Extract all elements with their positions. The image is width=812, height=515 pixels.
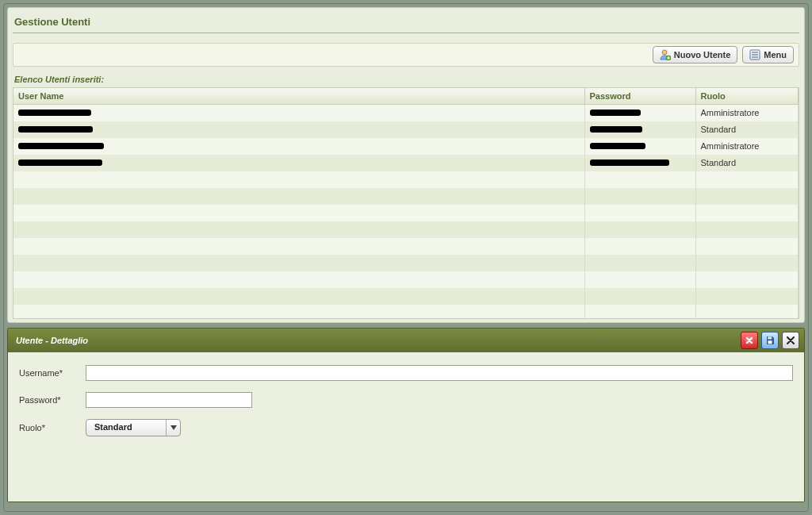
menu-icon	[749, 49, 760, 60]
page-title: Gestione Utenti	[13, 14, 799, 33]
redacted-password	[590, 159, 669, 166]
cell-role: Amministratore	[695, 105, 799, 121]
table-row[interactable]: Amministratore	[13, 138, 799, 155]
app-container: Gestione Utenti Nuovo Utente	[3, 3, 809, 512]
table-row[interactable]	[13, 271, 799, 288]
table-row[interactable]	[13, 305, 799, 320]
table-row[interactable]: Standard	[13, 155, 799, 171]
col-username[interactable]: User Name	[13, 88, 584, 105]
redacted-username	[18, 143, 104, 149]
delete-button[interactable]	[741, 332, 758, 349]
user-table: User Name Password Ruolo Amministratore	[13, 88, 799, 319]
svg-point-0	[662, 50, 667, 55]
table-row[interactable]	[13, 188, 799, 205]
menu-label: Menu	[764, 50, 787, 60]
table-row[interactable]	[13, 221, 799, 238]
username-input[interactable]	[86, 365, 793, 381]
col-password[interactable]: Password	[584, 88, 695, 105]
list-caption: Elenco Utenti inseriti:	[14, 75, 798, 84]
close-button[interactable]	[782, 332, 799, 349]
svg-rect-7	[768, 336, 772, 339]
role-label: Ruolo*	[19, 423, 86, 432]
cell-role: Standard	[695, 155, 799, 171]
chevron-down-icon	[166, 420, 180, 436]
redacted-password	[590, 110, 641, 116]
redacted-password	[590, 126, 642, 133]
table-row[interactable]	[13, 255, 799, 271]
cell-role: Standard	[695, 121, 799, 138]
table-row[interactable]: Standard	[13, 121, 799, 138]
detail-body: Username* Password* Ruolo* Standard	[8, 352, 804, 460]
detail-panel: Utente - Dettaglio	[7, 328, 805, 502]
main-panel: Gestione Utenti Nuovo Utente	[7, 7, 805, 323]
table-row[interactable]	[13, 171, 799, 188]
new-user-button[interactable]: Nuovo Utente	[653, 46, 738, 63]
detail-title: Utente - Dettaglio	[16, 336, 737, 345]
svg-rect-8	[768, 340, 772, 344]
new-user-label: Nuovo Utente	[674, 50, 731, 60]
divider	[13, 33, 799, 33]
menu-button[interactable]: Menu	[742, 46, 794, 63]
col-role[interactable]: Ruolo	[695, 88, 799, 105]
close-icon	[787, 336, 795, 344]
role-select-value: Standard	[86, 420, 166, 436]
save-icon	[765, 336, 775, 345]
cell-role: Amministratore	[695, 138, 799, 155]
redacted-password	[590, 143, 645, 149]
save-button[interactable]	[761, 332, 779, 349]
table-row[interactable]	[13, 205, 799, 221]
redacted-username	[18, 126, 93, 133]
delete-icon	[745, 336, 754, 345]
table-row[interactable]	[13, 288, 799, 305]
user-table-wrap: User Name Password Ruolo Amministratore	[13, 87, 799, 319]
username-label: Username*	[19, 368, 86, 378]
table-row[interactable]: Amministratore	[13, 105, 799, 121]
user-add-icon	[660, 49, 671, 60]
password-input[interactable]	[86, 392, 252, 408]
detail-header: Utente - Dettaglio	[8, 329, 804, 352]
table-row[interactable]	[13, 238, 799, 255]
password-label: Password*	[19, 395, 86, 405]
toolbar: Nuovo Utente Menu	[13, 43, 799, 67]
role-select[interactable]: Standard	[86, 419, 181, 436]
redacted-username	[18, 159, 102, 166]
redacted-username	[18, 110, 91, 116]
